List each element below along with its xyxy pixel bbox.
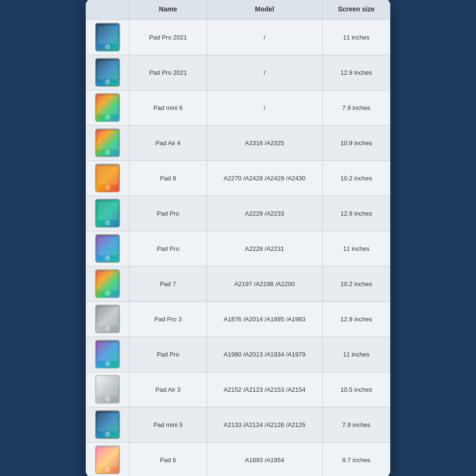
table-row: Pad mini 6/7.9 inches (86, 90, 390, 126)
device-image-cell (86, 126, 129, 161)
device-screen-cell: 10.9 inches (322, 126, 390, 161)
device-model-cell: A2228 /A2231 (207, 231, 322, 267)
device-screen-cell: 12.9 inches (322, 302, 390, 337)
device-image (91, 268, 124, 299)
device-name-cell: Pad Pro (129, 337, 207, 372)
table-row: Pad ProA1980 /A2013 /A1934 /A197911 inch… (86, 337, 390, 372)
device-name-cell: Pad Air 3 (129, 372, 207, 407)
device-image-cell (86, 267, 129, 302)
device-name-cell: Pad 8 (129, 161, 207, 196)
device-image (91, 374, 124, 405)
device-name-cell: Pad mini 6 (129, 90, 207, 126)
table-row: Pad 7A2197 /A2198 /A220010.2 inches (86, 267, 390, 302)
col-model-header: Model (207, 0, 322, 20)
device-image-cell (86, 90, 129, 126)
device-name-cell: Pad Pro 2021 (129, 20, 207, 55)
device-model-cell: A2133 /A2124 /A2126 /A2125 (207, 407, 322, 443)
device-name-cell: Pad Pro 2021 (129, 55, 207, 90)
device-name-cell: Pad 7 (129, 267, 207, 302)
device-image (91, 339, 124, 369)
device-image-cell (86, 20, 129, 55)
device-image (91, 92, 124, 123)
table-row: Pad Air 4A2316 /A232510.9 inches (86, 126, 390, 161)
device-screen-cell: 9.7 inches (322, 443, 390, 476)
device-model-cell: A2229 /A2233 (207, 196, 322, 231)
device-image (91, 233, 124, 264)
device-image (91, 409, 124, 440)
table-row: Pad Pro 2021/11 inches (86, 20, 390, 55)
device-image-cell (86, 55, 129, 90)
tablet-icon (95, 93, 120, 122)
table-row: Pad ProA2228 /A223111 inches (86, 231, 390, 267)
table-row: Pad 8A2270 /A2428 /A2429 /A243010.2 inch… (86, 161, 390, 196)
tablet-icon (95, 446, 120, 474)
device-model-cell: A2270 /A2428 /A2429 /A2430 (207, 161, 322, 196)
device-name-cell: Pad Pro (129, 231, 207, 267)
device-model-cell: / (207, 90, 322, 126)
device-screen-cell: 10.2 inches (322, 161, 390, 196)
device-image-cell (86, 302, 129, 337)
col-screen-header: Screen size (322, 0, 390, 20)
tablet-icon (95, 375, 120, 404)
main-table-container: Name Model Screen size Pad Pro 2021/11 i… (86, 0, 390, 476)
tablet-icon (95, 129, 120, 157)
device-model-cell: A1980 /A2013 /A1934 /A1979 (207, 337, 322, 372)
ipad-comparison-table: Name Model Screen size Pad Pro 2021/11 i… (86, 0, 390, 476)
device-model-cell: A1876 /A2014 /A1895 /A1983 (207, 302, 322, 337)
table-row: Pad mini 5A2133 /A2124 /A2126 /A21257.9 … (86, 407, 390, 443)
device-image-cell (86, 161, 129, 196)
device-image-cell (86, 337, 129, 372)
device-image (91, 198, 124, 228)
tablet-icon (95, 410, 120, 439)
table-header-row: Name Model Screen size (86, 0, 390, 20)
device-name-cell: Pad mini 5 (129, 407, 207, 443)
device-image (91, 57, 124, 88)
tablet-icon (95, 269, 120, 298)
device-model-cell: A1893 /A1954 (207, 443, 322, 476)
device-image-cell (86, 407, 129, 443)
tablet-icon (95, 305, 120, 333)
device-name-cell: Pad Air 4 (129, 126, 207, 161)
device-model-cell: A2152 /A2123 /A2153 /A2154 (207, 372, 322, 407)
device-screen-cell: 10.5 inches (322, 372, 390, 407)
table-row: Pad Air 3A2152 /A2123 /A2153 /A215410.5 … (86, 372, 390, 407)
device-image (91, 304, 124, 334)
device-model-cell: A2197 /A2198 /A2200 (207, 267, 322, 302)
tablet-icon (95, 164, 120, 192)
device-image-cell (86, 372, 129, 407)
device-screen-cell: 12.9 inches (322, 196, 390, 231)
device-screen-cell: 10.2 inches (322, 267, 390, 302)
device-image (91, 445, 124, 475)
device-screen-cell: 12.9 inches (322, 55, 390, 90)
device-model-cell: / (207, 20, 322, 55)
col-name-header: Name (129, 0, 207, 20)
device-image (91, 163, 124, 193)
table-row: Pad 6A1893 /A19549.7 inches (86, 443, 390, 476)
table-row: Pad ProA2229 /A223312.9 inches (86, 196, 390, 231)
tablet-icon (95, 23, 120, 51)
table-row: Pad Pro 3A1876 /A2014 /A1895 /A198312.9 … (86, 302, 390, 337)
tablet-icon (95, 340, 120, 368)
device-model-cell: A2316 /A2325 (207, 126, 322, 161)
device-name-cell: Pad Pro 3 (129, 302, 207, 337)
table-body: Pad Pro 2021/11 inchesPad Pro 2021/12.9 … (86, 20, 390, 476)
table-row: Pad Pro 2021/12.9 inches (86, 55, 390, 90)
device-screen-cell: 7.9 inches (322, 407, 390, 443)
device-screen-cell: 7.9 inches (322, 90, 390, 126)
device-image (91, 22, 124, 52)
device-image-cell (86, 196, 129, 231)
col-image-header (86, 0, 129, 20)
tablet-icon (95, 58, 120, 87)
device-screen-cell: 11 inches (322, 337, 390, 372)
device-name-cell: Pad 6 (129, 443, 207, 476)
tablet-icon (95, 234, 120, 263)
device-name-cell: Pad Pro (129, 196, 207, 231)
device-image-cell (86, 443, 129, 476)
device-screen-cell: 11 inches (322, 20, 390, 55)
device-screen-cell: 11 inches (322, 231, 390, 267)
device-image-cell (86, 231, 129, 267)
tablet-icon (95, 199, 120, 228)
device-image (91, 128, 124, 158)
device-model-cell: / (207, 55, 322, 90)
